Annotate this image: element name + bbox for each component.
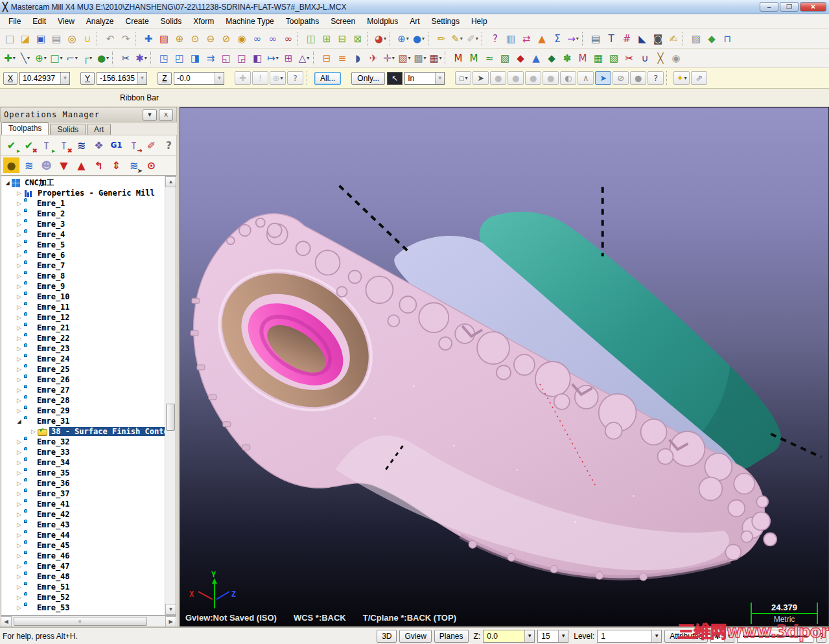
tree-row[interactable]: Emre_5 (1, 240, 165, 250)
tree-item-label[interactable]: Emre_48 (35, 572, 72, 581)
no-entry-icon[interactable]: ⊘ (613, 71, 629, 85)
tree-horizontal-scrollbar[interactable]: ◀ ≡ ▶ (1, 615, 176, 627)
create-fillet-icon[interactable]: ⌐ ▾ (64, 51, 80, 66)
tree-row[interactable]: Emre_43 (1, 520, 165, 530)
dropdown-arrow-icon[interactable]: ▾ (384, 36, 386, 41)
dropdown-arrow-icon[interactable]: ▾ (13, 55, 16, 61)
dynamic-spin-icon[interactable]: ∞ (265, 31, 281, 47)
tree-expander-icon[interactable] (15, 522, 23, 528)
bolt-icon[interactable]: ⊓ (719, 31, 735, 47)
tree-expander-icon[interactable] (15, 511, 23, 518)
sigma-icon[interactable]: Σ (550, 31, 565, 47)
tree-expander-icon[interactable] (15, 387, 23, 393)
z-dropdown-icon[interactable]: ▼ (215, 73, 224, 84)
attributes-button[interactable]: Attributes (664, 630, 708, 643)
menu-item[interactable]: Analyze (80, 15, 120, 28)
ops-help-icon[interactable]: ? (161, 137, 177, 153)
dropdown-arrow-icon[interactable]: ▾ (106, 55, 109, 61)
scroll-ops-icon[interactable]: ⇕ (108, 157, 124, 173)
y-dropdown-icon[interactable]: ▼ (137, 73, 146, 84)
tree-expander-icon[interactable] (15, 190, 23, 196)
dynamic-rotate-icon[interactable]: ∞ (250, 31, 265, 47)
tree-item-label[interactable]: Emre_42 (35, 510, 72, 519)
menu-item[interactable]: Xform (187, 15, 220, 28)
gem-green-icon[interactable]: ◆ (544, 51, 559, 66)
display-only-icon[interactable]: ⊙ (143, 157, 159, 173)
x-dropdown-icon[interactable]: ▼ (60, 73, 69, 84)
diamond-red-icon[interactable]: ◆ (513, 51, 528, 66)
tree-row[interactable]: Emre_42 (1, 509, 165, 520)
dropdown-arrow-icon[interactable]: ▾ (439, 55, 442, 61)
redo-icon[interactable]: ↷ (118, 31, 134, 47)
verify-icon[interactable]: ❖ (91, 137, 107, 153)
menu-item[interactable]: Edit (27, 15, 52, 28)
z-coord-field[interactable]: -0.0▼ (174, 72, 224, 85)
menu-item[interactable]: Create (120, 15, 155, 28)
tree-expander-icon[interactable] (15, 563, 23, 569)
fastpoint-icon[interactable]: ✚ (235, 71, 251, 85)
analyze-entity-icon[interactable]: ✏ (434, 31, 449, 47)
x-coord-field[interactable]: 10.42937▼ (19, 72, 70, 85)
tree-expander-icon[interactable] (15, 418, 23, 424)
tree-expander-icon[interactable] (15, 211, 23, 217)
tree-item-label[interactable]: Emre_3 (35, 220, 67, 229)
tree-item-label[interactable]: Emre_1 (35, 199, 67, 208)
autocursor-target-icon[interactable]: ⊕ ▾ (270, 71, 286, 85)
text-doc-icon[interactable]: T (603, 31, 619, 47)
repaint-icon[interactable]: ▨ (156, 31, 172, 47)
stock-nut-icon[interactable]: ◆ (704, 31, 719, 47)
tree-item-label[interactable]: Emre_35 (35, 468, 72, 477)
xform-offset-icon[interactable]: ◲ (234, 51, 250, 66)
crossed-tools-icon[interactable]: ╳ (653, 51, 668, 66)
tree-row[interactable]: Emre_53 (1, 603, 165, 613)
terrain-icon[interactable]: ▧ (497, 51, 513, 66)
tree-item-label[interactable]: Emre_31 (35, 417, 72, 426)
tree-item-label[interactable]: Emre_47 (35, 562, 72, 571)
tree-expander-icon[interactable] (15, 449, 23, 455)
ghost-icon[interactable]: ☻ (38, 157, 54, 173)
zoom-out-icon[interactable]: ⊖ (203, 31, 218, 47)
print-preview-icon[interactable]: ◎ (64, 31, 80, 47)
tree-expander-icon[interactable] (15, 273, 23, 279)
tree-row[interactable]: Emre_45 (1, 540, 165, 551)
tree-row[interactable]: Emre_6 (1, 250, 165, 260)
tree-expander-icon[interactable] (15, 304, 23, 310)
restore-button[interactable]: ❐ (780, 2, 799, 12)
brush-icon[interactable]: ▧ (606, 51, 622, 66)
zoom-target-icon[interactable]: ⊘ (218, 31, 234, 47)
tree-expander-icon[interactable] (15, 283, 23, 290)
create-rect-icon[interactable]: □ ▾ (49, 51, 64, 66)
print-icon[interactable]: ▤ (49, 31, 64, 47)
lightbulb-icon[interactable]: ✦ ▾ (673, 71, 690, 85)
dropdown-arrow-icon[interactable]: ▾ (276, 55, 279, 61)
trim-icon[interactable]: ✂ (118, 51, 134, 66)
z-coord-label[interactable]: Z (158, 72, 172, 85)
dropdown-arrow-icon[interactable]: ▾ (684, 75, 687, 81)
tree-expander-icon[interactable] (29, 428, 38, 435)
operations-manager-header[interactable]: Operations Manager ▼ X (0, 107, 177, 122)
undo-icon[interactable]: ↶ (102, 31, 118, 47)
dropdown-arrow-icon[interactable]: ▾ (576, 36, 579, 41)
dropdown-arrow-icon[interactable]: ▾ (307, 55, 309, 61)
exit-icon[interactable]: → ▾ (565, 31, 581, 47)
z-depth-combo[interactable]: 0.0▼ (483, 630, 535, 643)
post-selected-icon[interactable]: ⊺ ➔ (126, 137, 142, 153)
ink-bottle-icon[interactable]: ∪ (637, 51, 653, 66)
tree-item-label[interactable]: Emre_11 (35, 303, 72, 312)
gray-oval-icon[interactable]: ● (630, 71, 646, 85)
tree-expander-icon[interactable] (15, 439, 23, 445)
panel-close-button[interactable]: X (159, 109, 173, 121)
zoom-in-icon[interactable]: ⊕ (172, 31, 187, 47)
xform-mirror-icon[interactable]: ◨ (187, 51, 203, 66)
tree-item-label[interactable]: Emre_45 (35, 541, 72, 550)
tree-expander-icon[interactable] (15, 221, 23, 227)
zoom-previous-icon[interactable]: ◉ (234, 31, 250, 47)
select-all-button[interactable]: All... (314, 72, 341, 85)
xform-copy-icon[interactable]: ◰ (172, 51, 187, 66)
tree-row[interactable]: Emre_37 (1, 489, 165, 499)
horizontal-scroll-thumb[interactable]: ≡ (14, 617, 147, 626)
dropdown-arrow-icon[interactable]: ▾ (145, 55, 147, 61)
tree-expander-icon[interactable] (15, 356, 23, 362)
tree-item-label[interactable]: Emre_44 (35, 531, 72, 540)
tree-item-label[interactable]: Emre_6 (35, 251, 67, 260)
